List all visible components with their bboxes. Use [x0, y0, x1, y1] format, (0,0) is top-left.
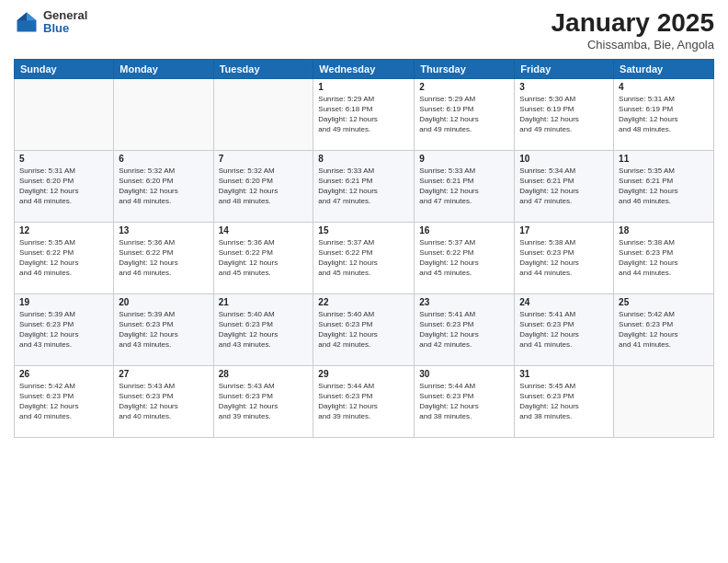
calendar-week-row: 1Sunrise: 5:29 AM Sunset: 6:18 PM Daylig… — [15, 78, 714, 150]
title-block: January 2025 Chissamba, Bie, Angola — [552, 9, 714, 52]
calendar-cell: 6Sunrise: 5:32 AM Sunset: 6:20 PM Daylig… — [114, 150, 213, 222]
calendar-cell: 11Sunrise: 5:35 AM Sunset: 6:21 PM Dayli… — [614, 150, 714, 222]
day-info: Sunrise: 5:32 AM Sunset: 6:20 PM Dayligh… — [219, 166, 309, 207]
day-info: Sunrise: 5:34 AM Sunset: 6:21 PM Dayligh… — [519, 166, 609, 207]
weekday-header-sunday: Sunday — [15, 59, 114, 78]
calendar-cell: 23Sunrise: 5:41 AM Sunset: 6:23 PM Dayli… — [415, 293, 515, 365]
day-number: 12 — [19, 225, 108, 236]
day-info: Sunrise: 5:43 AM Sunset: 6:23 PM Dayligh… — [219, 381, 309, 422]
day-number: 19 — [19, 297, 108, 307]
logo-icon — [14, 9, 40, 35]
calendar-cell: 24Sunrise: 5:41 AM Sunset: 6:23 PM Dayli… — [515, 293, 614, 365]
day-info: Sunrise: 5:44 AM Sunset: 6:23 PM Dayligh… — [419, 381, 509, 422]
calendar-cell: 9Sunrise: 5:33 AM Sunset: 6:21 PM Daylig… — [415, 150, 515, 222]
day-number: 2 — [419, 82, 509, 92]
calendar-cell: 3Sunrise: 5:30 AM Sunset: 6:19 PM Daylig… — [515, 78, 614, 150]
logo-text: General Blue — [43, 9, 87, 36]
calendar-cell: 26Sunrise: 5:42 AM Sunset: 6:23 PM Dayli… — [15, 365, 114, 437]
day-info: Sunrise: 5:44 AM Sunset: 6:23 PM Dayligh… — [318, 381, 409, 422]
calendar-cell — [15, 78, 114, 150]
day-info: Sunrise: 5:37 AM Sunset: 6:22 PM Dayligh… — [419, 237, 509, 279]
calendar-cell: 12Sunrise: 5:35 AM Sunset: 6:22 PM Dayli… — [15, 222, 114, 293]
calendar-cell: 16Sunrise: 5:37 AM Sunset: 6:22 PM Dayli… — [415, 222, 515, 293]
calendar-cell: 27Sunrise: 5:43 AM Sunset: 6:23 PM Dayli… — [114, 365, 213, 437]
calendar-cell: 2Sunrise: 5:29 AM Sunset: 6:19 PM Daylig… — [415, 78, 515, 150]
day-info: Sunrise: 5:38 AM Sunset: 6:23 PM Dayligh… — [519, 237, 609, 279]
calendar-cell: 20Sunrise: 5:39 AM Sunset: 6:23 PM Dayli… — [114, 293, 213, 365]
day-number: 21 — [219, 297, 309, 307]
logo-general: General — [43, 9, 87, 22]
day-info: Sunrise: 5:35 AM Sunset: 6:21 PM Dayligh… — [619, 166, 709, 207]
day-info: Sunrise: 5:39 AM Sunset: 6:23 PM Dayligh… — [19, 309, 108, 350]
calendar-cell: 21Sunrise: 5:40 AM Sunset: 6:23 PM Dayli… — [213, 293, 313, 365]
weekday-header-wednesday: Wednesday — [313, 59, 415, 78]
day-number: 15 — [318, 225, 409, 236]
weekday-header-tuesday: Tuesday — [213, 59, 313, 78]
location-subtitle: Chissamba, Bie, Angola — [552, 38, 714, 52]
month-title: January 2025 — [552, 9, 714, 38]
day-number: 30 — [419, 369, 509, 379]
day-info: Sunrise: 5:35 AM Sunset: 6:22 PM Dayligh… — [19, 237, 108, 279]
calendar-cell: 30Sunrise: 5:44 AM Sunset: 6:23 PM Dayli… — [415, 365, 515, 437]
day-number: 1 — [318, 82, 409, 92]
day-number: 24 — [519, 297, 609, 307]
day-info: Sunrise: 5:30 AM Sunset: 6:19 PM Dayligh… — [519, 94, 609, 135]
calendar-cell: 10Sunrise: 5:34 AM Sunset: 6:21 PM Dayli… — [515, 150, 614, 222]
day-info: Sunrise: 5:41 AM Sunset: 6:23 PM Dayligh… — [519, 309, 609, 350]
day-number: 10 — [519, 154, 609, 164]
day-number: 29 — [318, 369, 409, 379]
day-info: Sunrise: 5:32 AM Sunset: 6:20 PM Dayligh… — [119, 166, 208, 207]
calendar-cell: 25Sunrise: 5:42 AM Sunset: 6:23 PM Dayli… — [614, 293, 714, 365]
day-info: Sunrise: 5:29 AM Sunset: 6:18 PM Dayligh… — [318, 94, 409, 135]
day-info: Sunrise: 5:40 AM Sunset: 6:23 PM Dayligh… — [318, 309, 409, 350]
calendar-cell: 31Sunrise: 5:45 AM Sunset: 6:23 PM Dayli… — [515, 365, 614, 437]
calendar-cell: 18Sunrise: 5:38 AM Sunset: 6:23 PM Dayli… — [614, 222, 714, 293]
day-info: Sunrise: 5:42 AM Sunset: 6:23 PM Dayligh… — [619, 309, 709, 350]
day-number: 7 — [219, 154, 309, 164]
day-number: 16 — [419, 225, 509, 236]
calendar-week-row: 12Sunrise: 5:35 AM Sunset: 6:22 PM Dayli… — [15, 222, 714, 293]
weekday-header-friday: Friday — [515, 59, 614, 78]
day-info: Sunrise: 5:31 AM Sunset: 6:20 PM Dayligh… — [19, 166, 108, 207]
day-number: 17 — [519, 225, 609, 236]
header: General Blue January 2025 Chissamba, Bie… — [14, 9, 714, 52]
svg-marker-1 — [27, 13, 37, 21]
day-info: Sunrise: 5:37 AM Sunset: 6:22 PM Dayligh… — [318, 237, 409, 279]
calendar-cell: 17Sunrise: 5:38 AM Sunset: 6:23 PM Dayli… — [515, 222, 614, 293]
day-info: Sunrise: 5:42 AM Sunset: 6:23 PM Dayligh… — [19, 381, 108, 422]
calendar-cell: 13Sunrise: 5:36 AM Sunset: 6:22 PM Dayli… — [114, 222, 213, 293]
day-info: Sunrise: 5:31 AM Sunset: 6:19 PM Dayligh… — [619, 94, 709, 135]
calendar-cell: 1Sunrise: 5:29 AM Sunset: 6:18 PM Daylig… — [313, 78, 415, 150]
day-number: 31 — [519, 369, 609, 379]
calendar-table: SundayMondayTuesdayWednesdayThursdayFrid… — [14, 59, 714, 438]
calendar-cell: 19Sunrise: 5:39 AM Sunset: 6:23 PM Dayli… — [15, 293, 114, 365]
calendar-cell — [114, 78, 213, 150]
calendar-week-row: 26Sunrise: 5:42 AM Sunset: 6:23 PM Dayli… — [15, 365, 714, 437]
day-info: Sunrise: 5:29 AM Sunset: 6:19 PM Dayligh… — [419, 94, 509, 135]
day-info: Sunrise: 5:33 AM Sunset: 6:21 PM Dayligh… — [419, 166, 509, 207]
logo: General Blue — [14, 9, 87, 36]
day-info: Sunrise: 5:36 AM Sunset: 6:22 PM Dayligh… — [119, 237, 208, 279]
day-number: 22 — [318, 297, 409, 307]
day-number: 28 — [219, 369, 309, 379]
logo-blue: Blue — [43, 22, 87, 35]
day-number: 23 — [419, 297, 509, 307]
day-number: 9 — [419, 154, 509, 164]
calendar-cell: 22Sunrise: 5:40 AM Sunset: 6:23 PM Dayli… — [313, 293, 415, 365]
weekday-header-monday: Monday — [114, 59, 213, 78]
weekday-header-row: SundayMondayTuesdayWednesdayThursdayFrid… — [15, 59, 714, 78]
calendar-cell: 8Sunrise: 5:33 AM Sunset: 6:21 PM Daylig… — [313, 150, 415, 222]
weekday-header-thursday: Thursday — [415, 59, 515, 78]
day-number: 18 — [619, 225, 709, 236]
day-number: 4 — [619, 82, 709, 92]
calendar-cell: 5Sunrise: 5:31 AM Sunset: 6:20 PM Daylig… — [15, 150, 114, 222]
day-info: Sunrise: 5:36 AM Sunset: 6:22 PM Dayligh… — [219, 237, 309, 279]
weekday-header-saturday: Saturday — [614, 59, 714, 78]
day-number: 14 — [219, 225, 309, 236]
calendar-cell: 7Sunrise: 5:32 AM Sunset: 6:20 PM Daylig… — [213, 150, 313, 222]
day-info: Sunrise: 5:33 AM Sunset: 6:21 PM Dayligh… — [318, 166, 409, 207]
calendar-cell: 14Sunrise: 5:36 AM Sunset: 6:22 PM Dayli… — [213, 222, 313, 293]
calendar-cell — [614, 365, 714, 437]
day-info: Sunrise: 5:43 AM Sunset: 6:23 PM Dayligh… — [119, 381, 208, 422]
day-number: 25 — [619, 297, 709, 307]
